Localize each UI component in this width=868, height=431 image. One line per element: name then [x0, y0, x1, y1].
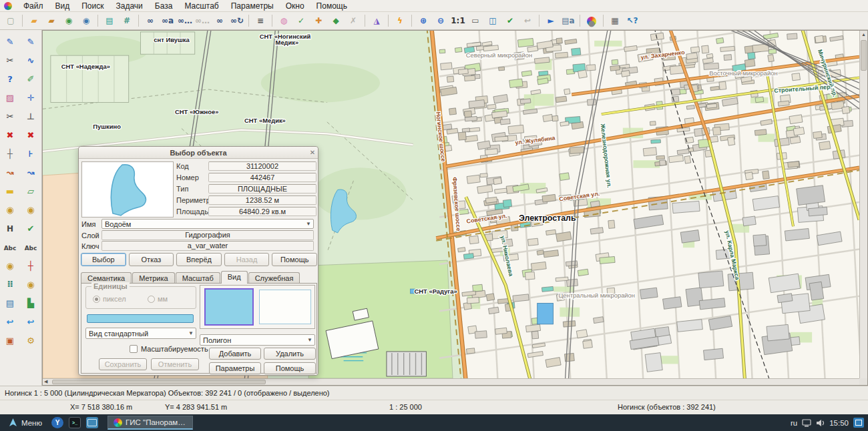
hatch-brush-icon[interactable]: ▨ — [1, 89, 19, 106]
images-icon[interactable]: ▣ — [1, 332, 19, 349]
fit-frame-icon[interactable]: ▭ — [467, 13, 484, 29]
vertical-scrollbar[interactable]: ▲ — [859, 31, 867, 378]
vertical-scroll-thumb[interactable] — [861, 40, 867, 71]
view-frame-icon[interactable]: ◫ — [484, 13, 501, 29]
flashlight-2-icon[interactable]: ◉ — [1, 258, 19, 274]
legend-icon[interactable]: # — [118, 13, 136, 29]
volume-icon[interactable] — [816, 419, 825, 427]
hierarchy-icon[interactable]: ⠿ — [1, 276, 19, 293]
stairs-icon[interactable]: ▙ — [22, 295, 40, 312]
spline-icon[interactable]: ∿ — [22, 52, 40, 69]
dialog-title-bar[interactable]: Выбор объекта ✕ — [79, 147, 318, 159]
cancel-button[interactable]: Отказ — [129, 253, 174, 266]
menu-Окно[interactable]: Окно — [280, 1, 310, 11]
text-h-icon[interactable]: H — [1, 220, 19, 237]
tab-metrics[interactable]: Метрика — [132, 272, 175, 284]
smooth-line-icon[interactable]: ↝ — [22, 164, 40, 181]
clip-scissors-icon[interactable]: ✂ — [1, 108, 19, 125]
pointer-panel-icon[interactable]: ► — [542, 13, 560, 29]
style-swatch-selected[interactable] — [204, 288, 254, 326]
keyboard-layout[interactable]: ru — [791, 419, 797, 427]
name-combo[interactable]: Водоём▼ — [101, 219, 314, 229]
ruler-icon[interactable]: ▬ — [1, 183, 19, 199]
tab-view[interactable]: Вид — [221, 271, 248, 284]
primitive-combo[interactable]: Полигон▼ — [200, 334, 315, 346]
forward-button[interactable]: Вперёд — [176, 253, 222, 266]
horizontal-scroll-thumb[interactable] — [52, 380, 266, 384]
terminal-icon[interactable]: >_ — [69, 417, 81, 428]
topology-icon[interactable]: ⊥ — [22, 108, 40, 125]
tab-scale[interactable]: Масштаб — [176, 272, 220, 284]
close-icon[interactable]: ✕ — [307, 149, 318, 156]
menu-Файл[interactable]: Файл — [17, 1, 49, 11]
view-help-button[interactable]: Помощь — [264, 362, 316, 374]
query-pencil-icon[interactable]: ? — [1, 71, 19, 87]
highlight-add-icon[interactable]: ✚ — [310, 13, 327, 29]
delete-area-icon[interactable]: ✖ — [22, 127, 40, 143]
params-button[interactable]: Параметры — [209, 362, 261, 374]
style-swatch-alt[interactable] — [259, 290, 311, 324]
menu-База[interactable]: База — [149, 1, 179, 11]
print-icon[interactable]: ▦ — [606, 13, 624, 29]
draw-create-icon[interactable]: ✎ — [1, 33, 19, 50]
open-map-icon[interactable]: ▰ — [25, 13, 43, 29]
help-button[interactable]: Помощь — [272, 253, 317, 266]
area-measure-icon[interactable]: ▱ — [22, 183, 40, 199]
tab-service[interactable]: Служебная — [248, 272, 300, 284]
menu-Задачи[interactable]: Задачи — [110, 1, 149, 11]
menu-Поиск[interactable]: Поиск — [75, 1, 110, 11]
zoom-in-icon[interactable]: ⊕ — [415, 13, 432, 29]
tag-edit-icon[interactable]: ✐ — [22, 71, 40, 87]
object-list-icon[interactable]: ≡ — [252, 13, 269, 29]
find-refresh-icon[interactable]: ∞↻ — [228, 13, 246, 29]
start-menu-button[interactable]: Меню — [4, 416, 46, 429]
highlight-check-icon[interactable]: ✓ — [292, 13, 310, 29]
zoom-out-icon[interactable]: ⊖ — [432, 13, 449, 29]
menu-Параметры[interactable]: Параметры — [225, 1, 280, 11]
settings-icon[interactable]: ⚙ — [22, 332, 40, 349]
view-style-combo[interactable]: Вид стандартный▼ — [85, 328, 196, 339]
browser-icon[interactable]: Y — [51, 417, 63, 428]
checkbox-icon[interactable] — [130, 345, 138, 353]
delete-button[interactable]: Удалить — [264, 348, 316, 360]
file-manager-icon[interactable] — [86, 417, 98, 428]
objects-3d-icon[interactable]: ◮ — [368, 13, 385, 29]
scroll-up-icon[interactable]: ▲ — [860, 31, 867, 37]
new-map-icon[interactable]: ▢ — [2, 13, 19, 29]
find-admin-icon[interactable]: ∞ — [211, 13, 228, 29]
calc-stack-icon[interactable]: ▤ — [1, 295, 19, 312]
flashlight-grid-icon[interactable]: ◉ — [22, 201, 40, 218]
undo-2-icon[interactable]: ↩ — [22, 314, 40, 330]
menu-Масштаб[interactable]: Масштаб — [178, 1, 224, 11]
delete-object-icon[interactable]: ✖ — [1, 127, 19, 143]
flashlight-3-icon[interactable]: ◉ — [22, 276, 40, 293]
text-abc2-icon[interactable]: Abc — [22, 239, 40, 256]
redirect-line-icon[interactable]: ↝ — [1, 164, 19, 181]
flashlight-a-icon[interactable]: ◉ — [1, 201, 19, 218]
find-more-icon[interactable]: ∞… — [176, 13, 194, 29]
highlight-area-icon[interactable]: ◆ — [327, 13, 345, 29]
open-atlas-icon[interactable]: ◉ — [77, 13, 95, 29]
display-icon[interactable] — [802, 419, 811, 427]
clock[interactable]: 15:50 — [829, 419, 849, 427]
zoom-1-1-icon[interactable]: 1:1 — [449, 13, 467, 29]
open-database-icon[interactable]: ▰ — [43, 13, 60, 29]
select-confirm-icon[interactable]: ✔ — [22, 220, 40, 237]
layers-icon[interactable]: ▤ — [101, 13, 118, 29]
colors-icon[interactable]: ● — [583, 13, 600, 29]
find-object-icon[interactable]: ∞ — [142, 13, 159, 29]
add-button[interactable]: Добавить — [209, 348, 261, 360]
select-button[interactable]: Выбор — [81, 253, 126, 266]
scroll-left-icon[interactable]: ◀ — [44, 379, 47, 384]
draw-edit-icon[interactable]: ✎ — [22, 33, 40, 50]
node-edit-icon[interactable]: ⊦ — [22, 145, 40, 162]
help-cursor-icon[interactable]: ↖? — [624, 13, 641, 29]
show-desktop-icon[interactable] — [853, 418, 864, 428]
menu-Вид[interactable]: Вид — [49, 1, 76, 11]
scalable-checkbox[interactable]: Масштабируемость — [130, 345, 208, 353]
run-task-icon[interactable]: ϟ — [391, 13, 409, 29]
highlight-pink-icon[interactable]: ◍ — [275, 13, 292, 29]
text-abc1-icon[interactable]: Abc — [1, 239, 19, 256]
menu-Помощь[interactable]: Помощь — [310, 1, 353, 11]
horizontal-scrollbar[interactable]: ◀ — [43, 378, 859, 385]
